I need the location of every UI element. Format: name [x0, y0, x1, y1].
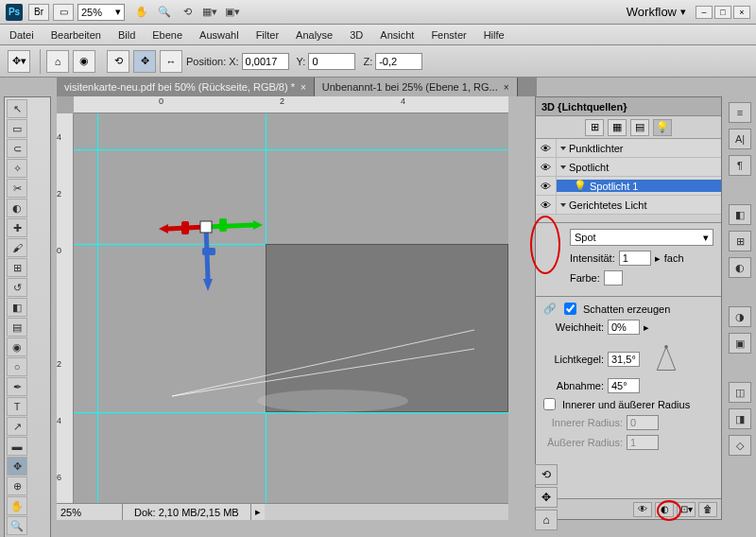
- healing-tool[interactable]: ✚: [7, 218, 27, 237]
- visibility-icon[interactable]: 👁: [541, 162, 551, 173]
- filter-lights-icon[interactable]: 💡: [653, 119, 672, 136]
- dock-color-icon[interactable]: ◧: [729, 204, 751, 225]
- tab-visitenkarte[interactable]: visitenkarte-neu.pdf bei 50% (Rückseite,…: [57, 78, 315, 96]
- light-type-dropdown[interactable]: Spot▾: [570, 229, 713, 246]
- opt-slide-icon[interactable]: ↔: [160, 50, 182, 73]
- dock-paths-icon[interactable]: ◇: [729, 435, 751, 456]
- dock-layers-icon[interactable]: ◫: [729, 382, 751, 403]
- menu-ebene[interactable]: Ebene: [152, 29, 182, 41]
- bridge-icon[interactable]: Br: [28, 4, 49, 21]
- cone-widget[interactable]: [653, 345, 679, 373]
- radius-checkbox[interactable]: [543, 398, 556, 410]
- visibility-icon[interactable]: 👁: [541, 143, 551, 154]
- dock-styles-icon[interactable]: ◐: [729, 257, 751, 278]
- close-icon[interactable]: ×: [504, 82, 509, 93]
- close-button[interactable]: ×: [733, 6, 750, 19]
- z-field[interactable]: -0,2: [375, 53, 422, 70]
- workspace-label[interactable]: Workflow: [627, 5, 677, 19]
- light-group-gerichtet[interactable]: 👁 Gerichtetes Licht: [536, 196, 721, 215]
- new-light-icon[interactable]: ⊡▾: [677, 502, 696, 517]
- tab-unbenannt[interactable]: Unbenannt-1 bei 25% (Ebene 1, RG...×: [315, 78, 518, 96]
- menu-filter[interactable]: Filter: [256, 29, 279, 41]
- dock-char-icon[interactable]: A|: [729, 129, 751, 149]
- brush-tool[interactable]: 🖌: [7, 238, 27, 257]
- menu-hilfe[interactable]: Hilfe: [484, 29, 505, 41]
- eraser-tool[interactable]: ◧: [7, 298, 27, 317]
- screen-mode-icon[interactable]: ▣▾: [223, 4, 242, 21]
- visibility-icon[interactable]: 👁: [541, 181, 551, 192]
- 3d-axis-widget[interactable]: [149, 180, 263, 293]
- toggle-lights-icon[interactable]: 👁: [633, 502, 652, 517]
- light-item-spot1[interactable]: 👁 💡Spotlicht 1: [536, 177, 721, 196]
- filter-mesh-icon[interactable]: ▦: [608, 119, 627, 136]
- panel-title[interactable]: 3D {Lichtquellen}: [536, 97, 721, 116]
- light-guides-icon[interactable]: ◐: [655, 502, 674, 517]
- color-swatch[interactable]: [604, 270, 623, 286]
- menu-bild[interactable]: Bild: [118, 29, 135, 41]
- status-zoom[interactable]: 25%: [57, 504, 123, 520]
- opt-rotate-icon[interactable]: ⟲: [107, 50, 129, 73]
- crop-tool[interactable]: ✂: [7, 179, 27, 198]
- menu-bearbeiten[interactable]: Bearbeiten: [51, 29, 101, 41]
- visibility-icon[interactable]: 👁: [541, 199, 551, 211]
- eyedropper-tool[interactable]: ◐: [7, 199, 27, 217]
- opt-home-icon[interactable]: ⌂: [46, 50, 69, 73]
- y-field[interactable]: 0: [308, 53, 355, 70]
- zoom-selector[interactable]: 25%▾: [77, 4, 125, 21]
- hand-tool[interactable]: ✋: [7, 496, 27, 515]
- light-group-punkt[interactable]: 👁 Punktlichter: [536, 139, 721, 158]
- current-tool-icon[interactable]: ✥▾: [8, 50, 30, 73]
- maximize-button[interactable]: □: [714, 6, 731, 19]
- light-home-tool[interactable]: ⌂: [535, 510, 558, 530]
- scrollbar-h[interactable]: [265, 504, 508, 520]
- link-icon[interactable]: 🔗: [543, 303, 560, 315]
- viewport[interactable]: [74, 113, 508, 503]
- marquee-tool[interactable]: ▭: [7, 119, 27, 138]
- menu-3d[interactable]: 3D: [350, 29, 363, 41]
- light-drag-tool[interactable]: ✥: [535, 487, 558, 508]
- menu-analyse[interactable]: Analyse: [296, 29, 333, 41]
- dock-para-icon[interactable]: ¶: [729, 155, 751, 176]
- type-tool[interactable]: T: [7, 397, 27, 416]
- menu-datei[interactable]: Datei: [9, 29, 34, 41]
- falloff-field[interactable]: 45°: [608, 378, 640, 393]
- delete-light-icon[interactable]: 🗑: [698, 502, 717, 517]
- history-tool[interactable]: ↺: [7, 278, 27, 297]
- zoom-icon[interactable]: 🔍: [155, 4, 174, 21]
- pen-tool[interactable]: ✒: [7, 377, 27, 396]
- opt-orbit-icon[interactable]: ◉: [73, 50, 95, 73]
- dock-adjust-icon[interactable]: ◑: [729, 306, 751, 327]
- rotate-icon[interactable]: ⟲: [178, 4, 197, 21]
- softness-field[interactable]: 0%: [608, 320, 640, 335]
- light-rotate-tool[interactable]: ⟲: [535, 464, 558, 485]
- dock-swatches-icon[interactable]: ⊞: [729, 231, 751, 251]
- intensity-slider-icon[interactable]: ▸: [655, 252, 661, 265]
- light-group-spot[interactable]: 👁 Spotlicht: [536, 158, 721, 177]
- gradient-tool[interactable]: ▤: [7, 318, 27, 337]
- move-tool[interactable]: ↖: [7, 99, 27, 118]
- menu-ansicht[interactable]: Ansicht: [380, 29, 414, 41]
- 3d-layer[interactable]: [266, 244, 508, 412]
- filter-material-icon[interactable]: ▤: [630, 119, 649, 136]
- shadow-checkbox[interactable]: [564, 303, 576, 315]
- ruler-vertical[interactable]: 4 2 0 2 4 6: [57, 113, 74, 503]
- close-icon[interactable]: ×: [301, 82, 306, 93]
- 3d-camera-tool[interactable]: ⊕: [7, 476, 27, 495]
- zoom-tool[interactable]: 🔍: [7, 516, 27, 535]
- path-tool[interactable]: ↗: [7, 417, 27, 436]
- dock-masks-icon[interactable]: ▣: [729, 333, 751, 354]
- minimize-button[interactable]: –: [696, 6, 713, 19]
- 3d-object-tool[interactable]: ✥: [7, 457, 27, 476]
- dodge-tool[interactable]: ○: [7, 357, 27, 376]
- blur-tool[interactable]: ◉: [7, 338, 27, 356]
- status-doc[interactable]: Dok: 2,10 MB/2,15 MB: [123, 504, 251, 520]
- ruler-horizontal[interactable]: 0 2 4: [74, 96, 508, 113]
- hotspot-field[interactable]: 31,5°: [608, 352, 640, 367]
- mini-bridge-icon[interactable]: ▭: [53, 4, 74, 21]
- stamp-tool[interactable]: ⊞: [7, 258, 27, 277]
- hand-icon[interactable]: ✋: [132, 4, 151, 21]
- wand-tool[interactable]: ✧: [7, 159, 27, 178]
- dock-history-icon[interactable]: ≡: [729, 102, 751, 123]
- menu-fenster[interactable]: Fenster: [431, 29, 466, 41]
- shape-tool[interactable]: ▬: [7, 437, 27, 456]
